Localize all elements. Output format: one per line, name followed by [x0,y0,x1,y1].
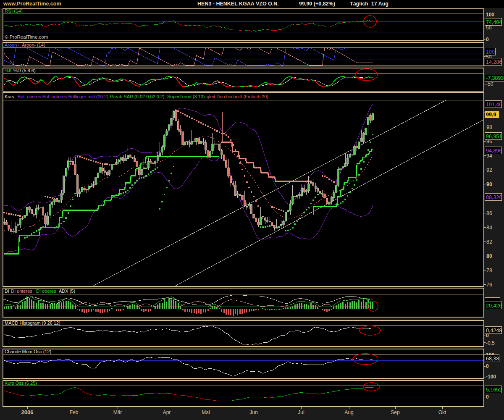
svg-text:Aroon+: Aroon+ [5,42,20,47]
svg-text:86: 86 [486,210,492,216]
svg-text:96,951: 96,951 [486,134,502,139]
svg-text:76: 76 [486,282,492,288]
svg-text:gleit Durchschnitt (Einfach 20: gleit Durchschnitt (Einfach 20) [207,94,268,99]
svg-text:Jun: Jun [249,410,257,415]
svg-text:www.ProRealTime.com: www.ProRealTime.com [3,1,61,7]
svg-text:Chande Mom Osc (12): Chande Mom Osc (12) [5,349,51,354]
svg-text:0: 0 [486,37,489,42]
svg-text:94,896: 94,896 [486,148,502,154]
svg-text:101,46: 101,46 [486,102,502,108]
svg-text:-100: -100 [486,374,496,380]
svg-text:74,404: 74,404 [486,19,502,25]
svg-text:Aug: Aug [344,410,353,415]
svg-text:50: 50 [486,25,492,31]
svg-text:Aroon- (14): Aroon- (14) [22,42,45,47]
svg-text:-7,3893: -7,3893 [486,75,504,81]
svg-text:99,9: 99,9 [486,112,496,118]
svg-text:Bol. oberes Bol. unteres Bolli: Bol. oberes Bol. unteres Bollinger mitt … [18,94,108,99]
svg-text:Jul: Jul [298,410,304,415]
svg-text:DI unteres: DI unteres [11,289,32,294]
svg-text:20,426: 20,426 [486,303,502,309]
svg-text:92: 92 [486,167,492,173]
svg-text:2006: 2006 [21,409,34,415]
svg-text:82: 82 [486,239,492,245]
svg-text:%K: %K [5,68,12,73]
svg-text:-0,5: -0,5 [486,340,495,346]
svg-text:ADX (5): ADX (5) [59,289,75,294]
svg-text:88,326: 88,326 [486,194,502,200]
svg-text:RSI (14): RSI (14) [5,8,23,13]
svg-text:Mär: Mär [113,410,122,415]
svg-text:DI: DI [5,289,9,294]
svg-text:Kurs Osz (6 25): Kurs Osz (6 25) [5,381,37,386]
svg-text:Täglich 17 Aug: Täglich 17 Aug [350,1,388,7]
svg-text:DI oberes: DI oberes [36,289,56,294]
svg-text:90: 90 [486,181,492,187]
svg-text:78: 78 [486,268,492,273]
svg-text:5,1652: 5,1652 [486,387,502,393]
svg-text:100: 100 [486,49,495,55]
svg-text:Apr: Apr [163,410,171,415]
svg-text:Mai: Mai [202,410,210,415]
svg-text:68,38: 68,38 [486,356,499,362]
svg-text:Feb: Feb [70,410,79,415]
svg-text:98: 98 [486,124,492,130]
svg-text:MACD Histogram (9 26 12): MACD Histogram (9 26 12) [5,320,60,326]
svg-text:14,286: 14,286 [486,59,502,65]
svg-text:Parab SAR (0,02 0,02 0,2): Parab SAR (0,02 0,02 0,2) [110,94,165,99]
svg-text:99,90 (+0,82%): 99,90 (+0,82%) [299,1,335,7]
svg-text:HEN3 - HENKEL KGAA VZO O.N.: HEN3 - HENKEL KGAA VZO O.N. [197,1,279,7]
svg-text:Kurs: Kurs [5,94,14,99]
svg-text:Okt: Okt [438,410,446,415]
svg-text:SuperTrend (3 10): SuperTrend (3 10) [167,94,205,99]
svg-text:80: 80 [486,253,492,259]
svg-text:0,4248: 0,4248 [486,328,502,333]
svg-text:© ProRealTime.com: © ProRealTime.com [5,34,48,39]
svg-text:0: 0 [486,363,489,369]
svg-text:84: 84 [486,225,492,231]
svg-text:%D (5 8 6): %D (5 8 6) [13,68,36,73]
svg-text:Sep: Sep [391,410,400,415]
svg-text:100: 100 [486,12,494,18]
svg-text:0: 0 [486,394,489,400]
svg-text:-50: -50 [486,81,494,87]
